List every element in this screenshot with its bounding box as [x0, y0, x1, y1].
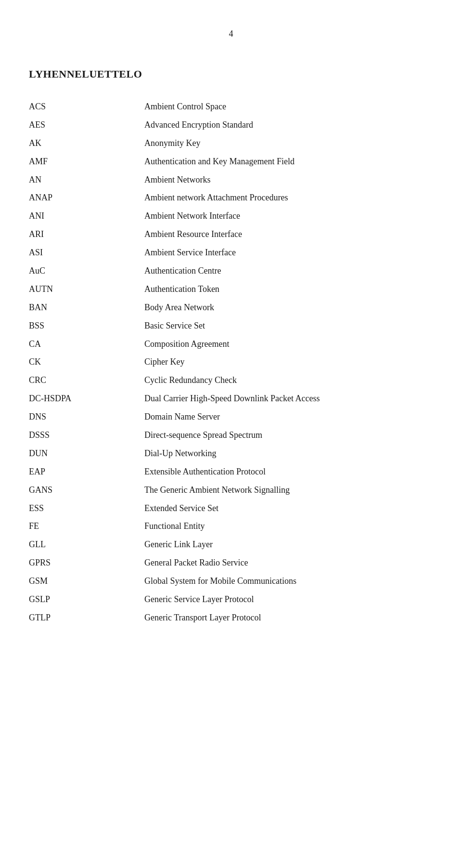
- table-row: GSLPGeneric Service Layer Protocol: [29, 591, 433, 609]
- definition: Ambient Control Space: [144, 98, 433, 116]
- table-row: ESSExtended Service Set: [29, 500, 433, 518]
- table-row: FEFunctional Entity: [29, 517, 433, 536]
- abbreviation: ESS: [29, 500, 144, 518]
- abbreviation: AK: [29, 134, 144, 153]
- abbreviation: GPRS: [29, 554, 144, 572]
- section-title: LYHENNELUETTELO: [29, 68, 433, 80]
- abbreviation: GTLP: [29, 609, 144, 627]
- abbreviation: ANI: [29, 207, 144, 225]
- table-row: ANAPAmbient network Attachment Procedure…: [29, 189, 433, 207]
- table-row: GPRSGeneral Packet Radio Service: [29, 554, 433, 572]
- abbreviation: BSS: [29, 317, 144, 335]
- abbreviation: GLL: [29, 536, 144, 554]
- table-row: AUTNAuthentication Token: [29, 280, 433, 299]
- table-row: GSMGlobal System for Mobile Communicatio…: [29, 572, 433, 591]
- table-row: CRCCyclic Redundancy Check: [29, 371, 433, 390]
- abbreviation: EAP: [29, 463, 144, 481]
- definition: Body Area Network: [144, 299, 433, 317]
- definition: Composition Agreement: [144, 335, 433, 354]
- abbreviation: CRC: [29, 371, 144, 390]
- definition: Extended Service Set: [144, 500, 433, 518]
- abbreviation: GSLP: [29, 591, 144, 609]
- abbreviation: DNS: [29, 408, 144, 426]
- definition: Ambient Networks: [144, 171, 433, 189]
- definition: Extensible Authentication Protocol: [144, 463, 433, 481]
- abbreviation: DSSS: [29, 426, 144, 445]
- abbreviation: CK: [29, 353, 144, 371]
- definition: Advanced Encryption Standard: [144, 116, 433, 134]
- table-row: CAComposition Agreement: [29, 335, 433, 354]
- table-row: AKAnonymity Key: [29, 134, 433, 153]
- definition: Basic Service Set: [144, 317, 433, 335]
- table-row: AuCAuthentication Centre: [29, 262, 433, 280]
- table-row: GANSThe Generic Ambient Network Signalli…: [29, 481, 433, 500]
- table-row: ARIAmbient Resource Interface: [29, 225, 433, 244]
- abbreviation: DUN: [29, 445, 144, 463]
- abbreviation: ACS: [29, 98, 144, 116]
- definition: Ambient Network Interface: [144, 207, 433, 225]
- abbreviation: AN: [29, 171, 144, 189]
- definition: Authentication Token: [144, 280, 433, 299]
- abbreviation: BAN: [29, 299, 144, 317]
- abbreviation: AuC: [29, 262, 144, 280]
- table-row: DSSSDirect-sequence Spread Spectrum: [29, 426, 433, 445]
- table-row: DNSDomain Name Server: [29, 408, 433, 426]
- table-row: ASIAmbient Service Interface: [29, 244, 433, 262]
- abbreviation: AMF: [29, 153, 144, 171]
- page-number: 4: [29, 29, 433, 39]
- table-row: DC-HSDPADual Carrier High-Speed Downlink…: [29, 390, 433, 408]
- definition: Anonymity Key: [144, 134, 433, 153]
- table-row: BANBody Area Network: [29, 299, 433, 317]
- definition: Global System for Mobile Communications: [144, 572, 433, 591]
- definition: Direct-sequence Spread Spectrum: [144, 426, 433, 445]
- definition: Generic Service Layer Protocol: [144, 591, 433, 609]
- definition: Functional Entity: [144, 517, 433, 536]
- definition: Cyclic Redundancy Check: [144, 371, 433, 390]
- table-row: CKCipher Key: [29, 353, 433, 371]
- abbreviation: AES: [29, 116, 144, 134]
- definition: Ambient network Attachment Procedures: [144, 189, 433, 207]
- abbreviation: ANAP: [29, 189, 144, 207]
- table-row: ANIAmbient Network Interface: [29, 207, 433, 225]
- table-row: ANAmbient Networks: [29, 171, 433, 189]
- definition: Domain Name Server: [144, 408, 433, 426]
- definition: Generic Link Layer: [144, 536, 433, 554]
- definition: The Generic Ambient Network Signalling: [144, 481, 433, 500]
- table-row: EAPExtensible Authentication Protocol: [29, 463, 433, 481]
- definition: Ambient Resource Interface: [144, 225, 433, 244]
- table-row: DUNDial-Up Networking: [29, 445, 433, 463]
- table-row: GTLPGeneric Transport Layer Protocol: [29, 609, 433, 627]
- table-row: AMFAuthentication and Key Management Fie…: [29, 153, 433, 171]
- table-row: ACSAmbient Control Space: [29, 98, 433, 116]
- abbreviation: AUTN: [29, 280, 144, 299]
- table-row: GLLGeneric Link Layer: [29, 536, 433, 554]
- definition: Cipher Key: [144, 353, 433, 371]
- definition: Ambient Service Interface: [144, 244, 433, 262]
- abbreviation: GANS: [29, 481, 144, 500]
- table-row: AESAdvanced Encryption Standard: [29, 116, 433, 134]
- definition: Generic Transport Layer Protocol: [144, 609, 433, 627]
- abbreviation: ARI: [29, 225, 144, 244]
- abbreviation: FE: [29, 517, 144, 536]
- abbreviation: CA: [29, 335, 144, 354]
- abbreviations-table: ACSAmbient Control SpaceAESAdvanced Encr…: [29, 98, 433, 627]
- abbreviation: DC-HSDPA: [29, 390, 144, 408]
- definition: Dial-Up Networking: [144, 445, 433, 463]
- definition: Authentication Centre: [144, 262, 433, 280]
- abbreviation: GSM: [29, 572, 144, 591]
- definition: Dual Carrier High-Speed Downlink Packet …: [144, 390, 433, 408]
- table-row: BSSBasic Service Set: [29, 317, 433, 335]
- definition: Authentication and Key Management Field: [144, 153, 433, 171]
- abbreviation: ASI: [29, 244, 144, 262]
- definition: General Packet Radio Service: [144, 554, 433, 572]
